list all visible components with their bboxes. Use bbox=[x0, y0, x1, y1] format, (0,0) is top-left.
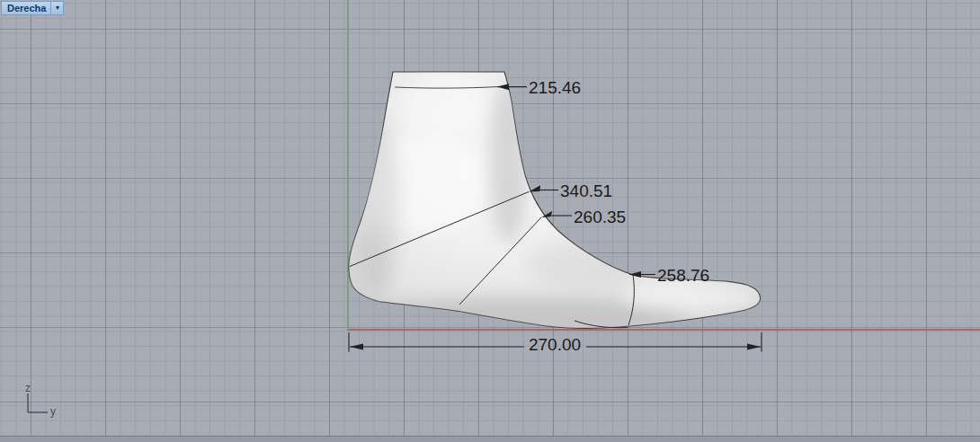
cad-viewport[interactable]: 215.46 340.51 260.35 258.76 bbox=[0, 0, 980, 442]
dimension-waist-girth[interactable]: 260.35 bbox=[541, 208, 626, 226]
viewport-canvas: 215.46 340.51 260.35 258.76 bbox=[0, 0, 980, 442]
dimension-instep-girth[interactable]: 340.51 bbox=[529, 181, 612, 200]
foot-last-model[interactable] bbox=[336, 69, 762, 337]
y-axis-label: y bbox=[50, 405, 56, 418]
arrowhead-right[interactable] bbox=[747, 343, 761, 349]
dimension-value[interactable]: 340.51 bbox=[560, 181, 612, 200]
dimension-overall-length[interactable]: 270.00 bbox=[349, 332, 762, 354]
cplane-axis-indicator: z y bbox=[25, 382, 56, 418]
viewport-title[interactable]: Derecha bbox=[2, 2, 50, 15]
dimension-value[interactable]: 260.35 bbox=[574, 208, 626, 226]
viewport-bottom-border bbox=[0, 436, 980, 442]
dimension-value[interactable]: 258.76 bbox=[657, 266, 709, 285]
chevron-down-icon[interactable]: ▾ bbox=[51, 2, 63, 14]
viewport-tab[interactable]: Derecha ▾ bbox=[1, 1, 64, 15]
z-axis-label: z bbox=[25, 382, 31, 394]
dimension-value[interactable]: 270.00 bbox=[529, 335, 581, 354]
dimension-value[interactable]: 215.46 bbox=[529, 78, 581, 97]
arrowhead-left[interactable] bbox=[350, 343, 363, 349]
